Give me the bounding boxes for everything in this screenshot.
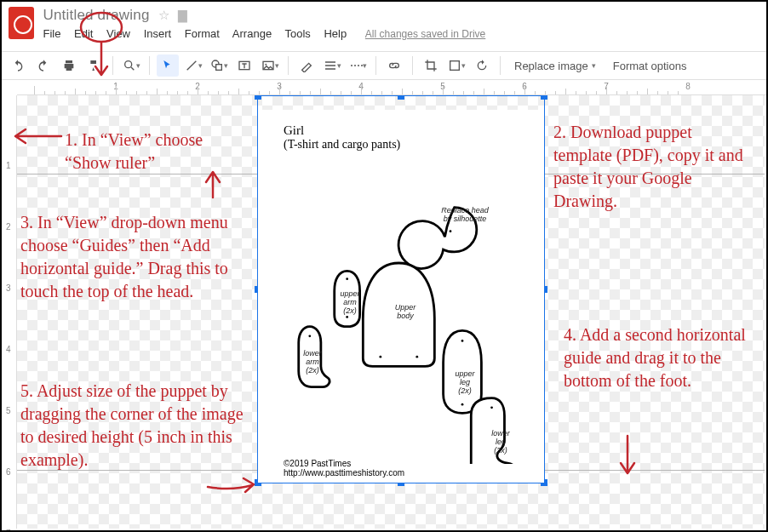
template-credit: ©2019 PastTimes http://www.pasttimeshist… [284,459,404,478]
textbox-tool[interactable] [233,54,255,77]
label-upper-body: Upperbody [384,304,427,321]
svg-point-10 [346,277,348,280]
svg-point-0 [124,61,131,68]
annotation-4: 4. Add a second horizontal guide and dra… [564,323,751,392]
link-button[interactable] [383,54,405,77]
svg-point-9 [416,356,418,358]
label-upper-leg: upperleg(2x) [450,370,480,396]
menu-view[interactable]: View [106,27,130,40]
toolbar: ▾ ▾ ▾ ▾ ▾ ▾ ▾ Replace image▾ Format opti… [2,51,766,80]
menu-format[interactable]: Format [185,27,220,40]
menu-tools[interactable]: Tools [285,27,311,40]
menu-insert[interactable]: Insert [144,27,172,40]
save-status[interactable]: All changes saved in Drive [365,28,485,40]
line-tool[interactable]: ▾ [182,54,204,77]
resize-handle-nw[interactable] [255,95,261,100]
ruler-vertical: 1234567 [3,95,17,529]
label-lower-arm: lowerarm(2x) [297,350,328,375]
redo-button[interactable] [32,54,54,77]
menu-file[interactable]: File [43,27,60,40]
annotation-1: 1. In “View” choose “Show ruler” [65,129,244,174]
print-button[interactable] [58,54,80,77]
zoom-button[interactable]: ▾ [120,54,142,77]
border-color-button[interactable] [295,54,318,77]
reset-image-button[interactable] [471,54,493,77]
ruler-horizontal: 12345678 [17,80,766,95]
svg-point-15 [490,406,493,409]
menu-help[interactable]: Help [324,27,347,40]
replace-image-button[interactable]: Replace image▾ [507,60,603,72]
star-icon[interactable]: ☆ [158,8,169,22]
annotation-3: 3. In “View” drop-down menu choose “Guid… [20,211,242,303]
svg-rect-2 [215,65,221,71]
format-options-button[interactable]: Format options [606,60,694,72]
select-tool[interactable] [157,54,179,77]
app-header: Untitled drawing ☆ ▇ File Edit View Inse… [2,2,766,51]
selected-image[interactable]: Girl (T-shirt and cargo pants) [257,95,545,483]
undo-button[interactable] [7,54,29,77]
svg-point-8 [379,356,381,358]
template-paper: Girl (T-shirt and cargo pants) [258,110,544,483]
drawings-app-icon [9,7,34,39]
svg-point-13 [461,340,464,342]
doc-title[interactable]: Untitled drawing [43,7,149,23]
svg-rect-6 [450,61,459,71]
shape-tool[interactable]: ▾ [208,54,230,77]
image-tool[interactable]: ▾ [259,54,281,77]
menu-arrange[interactable]: Arrange [232,27,272,40]
label-head: Replace headby silhouette [435,207,495,224]
annotation-5: 5. Adjust size of the puppet by dragging… [20,380,250,472]
menu-bar: File Edit View Insert Format Arrange Too… [43,27,496,40]
folder-icon[interactable]: ▇ [178,9,187,22]
crop-button[interactable] [420,54,442,77]
label-lower-leg: lowerleg(2x) [485,430,516,455]
annotation-2: 2. Download puppet template (PDF), copy … [553,121,749,213]
border-dash-button[interactable]: ▾ [347,54,369,77]
template-title: Girl [284,123,519,138]
svg-point-12 [308,335,311,337]
paint-format-button[interactable] [83,54,106,77]
label-upper-arm: upperarm(2x) [335,290,365,316]
menu-edit[interactable]: Edit [74,27,93,40]
svg-point-5 [265,64,267,66]
border-weight-button[interactable]: ▾ [321,54,343,77]
resize-handle-n[interactable] [398,95,404,100]
template-subtitle: (T-shirt and cargo pants) [284,138,519,152]
svg-point-14 [461,403,464,406]
svg-point-7 [450,230,452,232]
svg-point-11 [346,316,348,318]
mask-button[interactable]: ▾ [445,54,467,77]
resize-handle-ne[interactable] [541,95,547,100]
